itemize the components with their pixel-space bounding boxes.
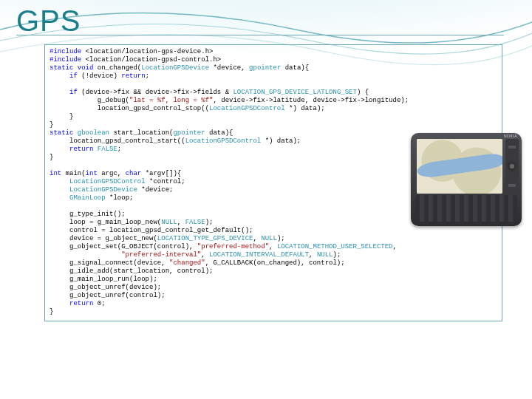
device-screen [417, 139, 502, 194]
device-body: NOKIA [411, 133, 522, 226]
slide: GPS #include <location/location-gps-devi… [0, 0, 532, 399]
device-side-buttons [505, 139, 519, 194]
title-underline [16, 35, 504, 35]
device-keyboard [415, 195, 517, 222]
device-brand: NOKIA [504, 134, 517, 138]
side-button [508, 146, 516, 149]
dpad-icon [507, 161, 517, 171]
slide-title-block: GPS [16, 4, 504, 35]
side-button [508, 184, 516, 187]
slide-title: GPS [16, 4, 504, 38]
device-image: NOKIA [411, 133, 522, 226]
